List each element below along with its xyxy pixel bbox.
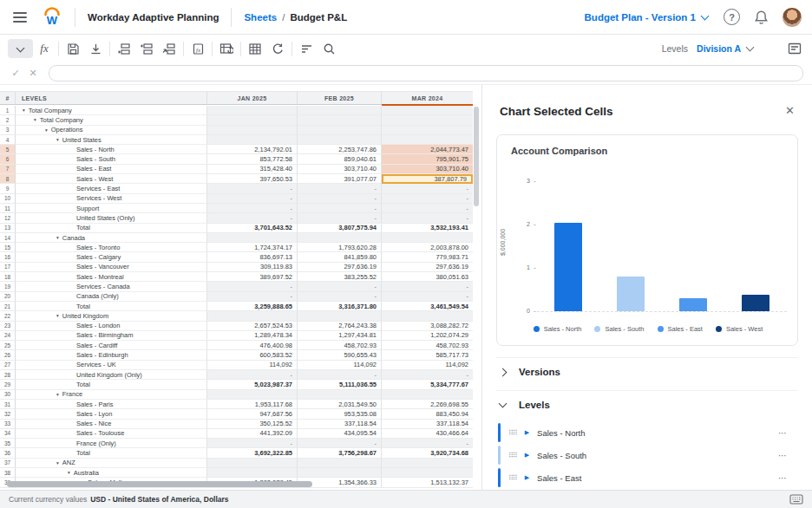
value-cell[interactable]: 585,717.73: [382, 350, 473, 360]
selected-cell[interactable]: 387,807.79: [382, 174, 473, 184]
level-cell[interactable]: Sales - Birmingham: [16, 331, 207, 341]
row-number[interactable]: 20: [0, 292, 16, 302]
row-number[interactable]: 15: [0, 243, 16, 252]
value-cell[interactable]: [207, 459, 298, 468]
value-cell[interactable]: 2,269,698.55: [382, 400, 473, 409]
level-cell[interactable]: Sales - Cardiff: [16, 341, 207, 350]
row-number[interactable]: 26: [0, 350, 16, 360]
insert-row-below-button[interactable]: [135, 39, 158, 58]
row-number[interactable]: 36: [0, 448, 16, 458]
row-number[interactable]: 22: [0, 311, 16, 321]
value-cell[interactable]: 1,289,478.34: [207, 331, 298, 341]
value-cell[interactable]: 1,724,374.17: [207, 243, 298, 252]
expand-triangle-icon[interactable]: ▶: [525, 429, 529, 436]
value-cell[interactable]: 853,772.58: [207, 154, 298, 164]
level-cell[interactable]: Sales - Toulouse: [16, 429, 207, 439]
download-button[interactable]: [84, 39, 107, 58]
value-cell[interactable]: -: [298, 439, 382, 448]
value-cell[interactable]: -: [207, 282, 298, 291]
value-cell[interactable]: 3,692,322.85: [207, 448, 298, 458]
value-cell[interactable]: 3,088,282.72: [382, 322, 473, 331]
level-cell[interactable]: United States (Only): [16, 213, 207, 223]
row-number[interactable]: 27: [0, 361, 16, 370]
value-cell[interactable]: 836,697.13: [207, 252, 298, 262]
level-cell[interactable]: Support: [16, 204, 207, 213]
value-cell[interactable]: 337,118.54: [298, 420, 382, 429]
value-cell[interactable]: 5,111,036.55: [298, 380, 382, 389]
levels-selector[interactable]: Division A: [697, 43, 753, 54]
row-number[interactable]: 29: [0, 380, 16, 389]
value-cell[interactable]: [207, 390, 298, 400]
more-options-icon[interactable]: ⋯: [778, 473, 788, 483]
save-button[interactable]: [62, 39, 84, 58]
expand-triangle-icon[interactable]: ▾: [56, 313, 59, 318]
value-cell[interactable]: [382, 459, 473, 468]
value-cell[interactable]: 2,134,792.01: [207, 145, 298, 154]
expand-triangle-icon[interactable]: ▾: [56, 235, 59, 240]
value-cell[interactable]: -: [298, 204, 382, 213]
value-cell[interactable]: [207, 311, 298, 321]
cancel-icon[interactable]: ✕: [24, 68, 42, 79]
value-cell[interactable]: 3,807,575.94: [298, 224, 382, 233]
level-cell[interactable]: Services - UK: [16, 361, 207, 370]
row-number[interactable]: 21: [0, 302, 16, 311]
value-cell[interactable]: 1,202,074.29: [382, 331, 473, 341]
value-cell[interactable]: 600,583.52: [207, 350, 298, 360]
version-selector[interactable]: Budget Plan - Version 1: [585, 12, 708, 23]
row-number[interactable]: 9: [0, 184, 16, 193]
value-cell[interactable]: [382, 390, 473, 400]
search-button[interactable]: [318, 39, 340, 58]
level-cell[interactable]: Sales - North: [16, 145, 207, 154]
level-cell[interactable]: Sales - Edinburgh: [16, 350, 207, 360]
value-cell[interactable]: -: [207, 439, 298, 448]
value-cell[interactable]: [382, 106, 473, 115]
level-cell[interactable]: ▾United States: [16, 135, 207, 145]
value-cell[interactable]: -: [207, 370, 298, 380]
formula-input[interactable]: [49, 65, 803, 81]
value-cell[interactable]: [382, 135, 473, 145]
level-cell[interactable]: Total: [16, 302, 207, 311]
row-number[interactable]: 2: [0, 115, 16, 125]
value-cell[interactable]: 5,334,777.67: [382, 380, 473, 389]
value-cell[interactable]: 297,636.19: [298, 263, 382, 272]
value-cell[interactable]: -: [298, 194, 382, 204]
value-cell[interactable]: -: [298, 370, 382, 380]
value-cell[interactable]: 2,031,549.50: [298, 400, 382, 409]
value-cell[interactable]: 430,466.64: [382, 429, 473, 439]
row-number[interactable]: 30: [0, 390, 16, 400]
notifications-icon[interactable]: [754, 10, 769, 25]
value-cell[interactable]: 441,392.09: [207, 429, 298, 439]
table-refresh-button[interactable]: [215, 39, 238, 58]
row-number[interactable]: 35: [0, 439, 16, 448]
value-cell[interactable]: 297,636.19: [382, 263, 473, 272]
value-cell[interactable]: 841,859.80: [298, 252, 382, 262]
expand-triangle-icon[interactable]: ▾: [23, 107, 25, 113]
value-cell[interactable]: 2,657,524.53: [207, 322, 298, 331]
level-cell[interactable]: ▾Operations: [16, 126, 207, 135]
value-cell[interactable]: [298, 126, 382, 135]
value-cell[interactable]: 389,697.52: [207, 272, 298, 282]
value-cell[interactable]: [298, 106, 382, 115]
expand-triangle-icon[interactable]: ▾: [45, 127, 48, 133]
level-cell[interactable]: ▾France: [16, 390, 207, 400]
level-cell[interactable]: Services - Canada: [16, 282, 207, 291]
value-cell[interactable]: 2,003,878.00: [382, 243, 473, 252]
value-cell[interactable]: -: [207, 292, 298, 302]
value-cell[interactable]: 383,255.52: [298, 272, 382, 282]
value-cell[interactable]: 1,513,132.37: [382, 478, 473, 487]
value-cell[interactable]: 3,701,643.52: [207, 224, 298, 233]
value-cell[interactable]: -: [382, 439, 473, 448]
level-cell[interactable]: Sales - Montreal: [16, 272, 207, 282]
level-list-item[interactable]: ⠿⠿▶Sales - South⋯: [498, 444, 796, 466]
level-cell[interactable]: ▾United Kingdom: [16, 311, 207, 321]
value-cell[interactable]: 309,119.83: [207, 263, 298, 272]
keyboard-shortcuts-icon[interactable]: [789, 494, 803, 505]
value-cell[interactable]: 315,428.40: [207, 165, 298, 174]
close-icon[interactable]: ✕: [785, 104, 795, 117]
row-number[interactable]: 13: [0, 224, 16, 233]
row-number[interactable]: 32: [0, 409, 16, 419]
level-cell[interactable]: ▾Total Company: [16, 106, 207, 115]
level-cell[interactable]: France (Only): [16, 439, 207, 448]
insert-row-above-button[interactable]: [113, 39, 135, 58]
row-number[interactable]: 10: [0, 194, 16, 204]
